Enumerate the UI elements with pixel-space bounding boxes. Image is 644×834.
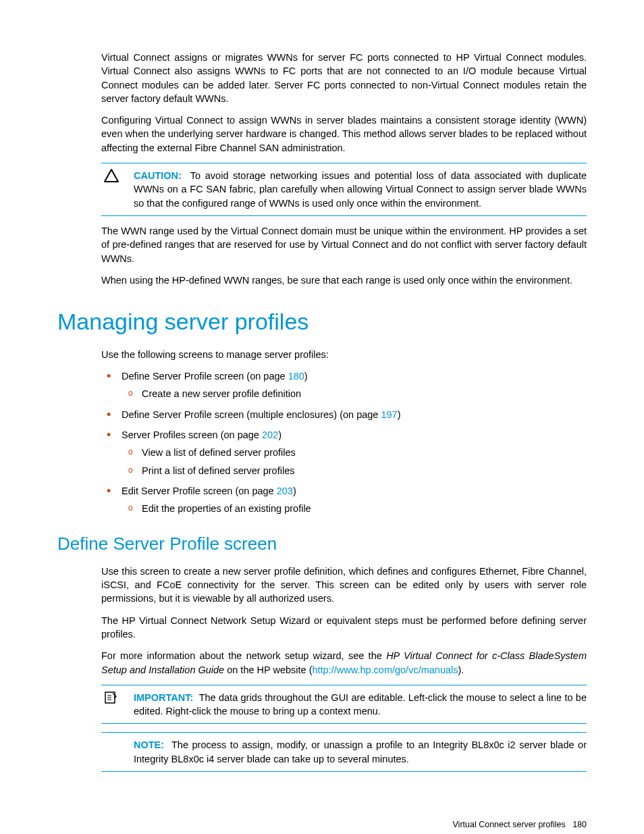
caution-text: To avoid storage networking issues and p…: [134, 170, 587, 209]
page-footer: Virtual Connect server profiles 180: [57, 819, 587, 831]
important-text: The data grids throughout the GUI are ed…: [134, 692, 587, 716]
list-item: Server Profiles screen (on page 202) Vie…: [122, 428, 587, 477]
profile-screens-list: Define Server Profile screen (on page 18…: [101, 369, 587, 515]
list-item: Define Server Profile screen (on page 18…: [122, 369, 587, 401]
caution-callout: CAUTION: To avoid storage networking iss…: [101, 163, 587, 216]
list-item: Edit Server Profile screen (on page 203)…: [122, 484, 587, 516]
list-item: View a list of defined server profiles: [142, 446, 587, 459]
body-paragraph: The WWN range used by the Virtual Connec…: [101, 224, 587, 265]
heading-managing-server-profiles: Managing server profiles: [57, 306, 587, 338]
note-label: NOTE:: [134, 739, 164, 750]
body-paragraph: When using the HP-defined WWN ranges, be…: [101, 273, 587, 287]
note-body: NOTE: The process to assign, modify, or …: [134, 738, 587, 766]
caution-label: CAUTION:: [134, 170, 182, 181]
body-paragraph: Virtual Connect assigns or migrates WWNs…: [101, 51, 587, 105]
body-paragraph: For more information about the network s…: [101, 649, 587, 677]
list-item: Edit the properties of an existing profi…: [142, 502, 587, 515]
caution-body: CAUTION: To avoid storage networking iss…: [134, 169, 587, 210]
page-link[interactable]: 180: [288, 371, 304, 382]
list-item: Define Server Profile screen (multiple e…: [122, 408, 587, 421]
note-callout: NOTE: The process to assign, modify, or …: [101, 732, 587, 772]
body-paragraph: Configuring Virtual Connect to assign WW…: [101, 113, 587, 155]
heading-define-server-profile: Define Server Profile screen: [57, 531, 587, 556]
url-link[interactable]: http://www.hp.com/go/vc/manuals: [313, 664, 458, 675]
page-link[interactable]: 202: [262, 429, 278, 440]
important-label: IMPORTANT:: [134, 692, 193, 703]
list-item: Create a new server profile definition: [142, 387, 587, 400]
body-paragraph: Use this screen to create a new server p…: [101, 565, 587, 606]
body-paragraph: The HP Virtual Connect Network Setup Wiz…: [101, 614, 587, 642]
important-body: IMPORTANT: The data grids throughout the…: [134, 691, 587, 719]
important-icon: [101, 691, 134, 704]
page-link[interactable]: 203: [277, 486, 293, 496]
note-text: The process to assign, modify, or unassi…: [134, 739, 587, 764]
important-callout: IMPORTANT: The data grids throughout the…: [101, 685, 587, 725]
body-paragraph: Use the following screens to manage serv…: [101, 348, 587, 361]
list-item: Print a list of defined server profiles: [142, 464, 587, 477]
page-link[interactable]: 197: [381, 409, 397, 420]
caution-icon: [101, 169, 134, 182]
